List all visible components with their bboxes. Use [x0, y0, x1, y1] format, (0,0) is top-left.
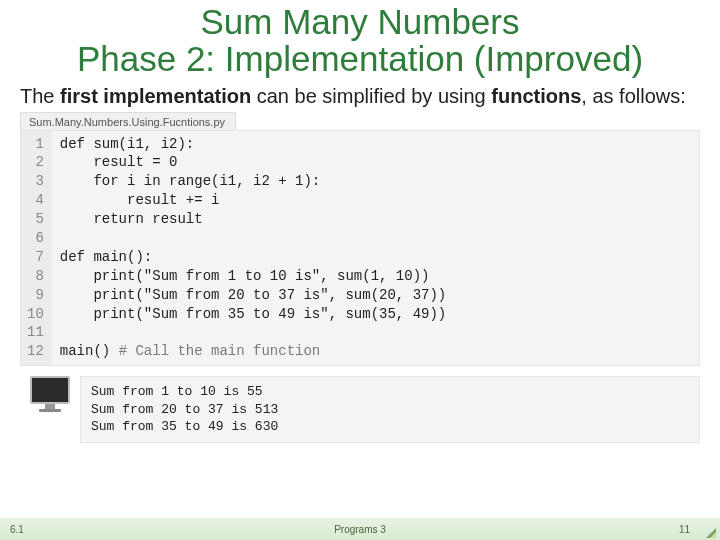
code-body: def sum(i1, i2): result = 0 for i in ran…: [52, 131, 699, 366]
monitor-icon: [30, 376, 70, 412]
footer-center: Programs 3: [0, 524, 720, 535]
intro-post: , as follows:: [581, 85, 685, 107]
intro-pre: The: [20, 85, 60, 107]
intro-bold-2: functions: [491, 85, 581, 107]
code-comment: # Call the main function: [119, 343, 321, 359]
corner-fold-icon: [702, 524, 716, 538]
footer-right: 11: [679, 524, 690, 535]
output-row: Sum from 1 to 10 is 55 Sum from 20 to 37…: [0, 366, 720, 443]
title-line-1: Sum Many Numbers: [20, 4, 700, 41]
line-number-gutter: 1 2 3 4 5 6 7 8 9 10 11 12: [21, 131, 52, 366]
intro-bold-1: first implementation: [60, 85, 251, 107]
intro-text: The first implementation can be simplifi…: [0, 78, 720, 112]
code-text: def sum(i1, i2): result = 0 for i in ran…: [60, 136, 446, 360]
file-tab: Sum.Many.Numbers.Using.Fucntions.py: [20, 112, 236, 130]
footer-left: 6.1: [10, 524, 24, 535]
slide: Sum Many Numbers Phase 2: Implementation…: [0, 0, 720, 540]
file-tab-row: Sum.Many.Numbers.Using.Fucntions.py: [0, 112, 720, 130]
title-line-2: Phase 2: Implementation (Improved): [20, 41, 700, 78]
output-box: Sum from 1 to 10 is 55 Sum from 20 to 37…: [80, 376, 700, 443]
footer-bar: 6.1 Programs 3 11: [0, 518, 720, 540]
intro-mid: can be simplified by using: [251, 85, 491, 107]
code-block: 1 2 3 4 5 6 7 8 9 10 11 12 def sum(i1, i…: [20, 130, 700, 367]
title-block: Sum Many Numbers Phase 2: Implementation…: [0, 0, 720, 78]
